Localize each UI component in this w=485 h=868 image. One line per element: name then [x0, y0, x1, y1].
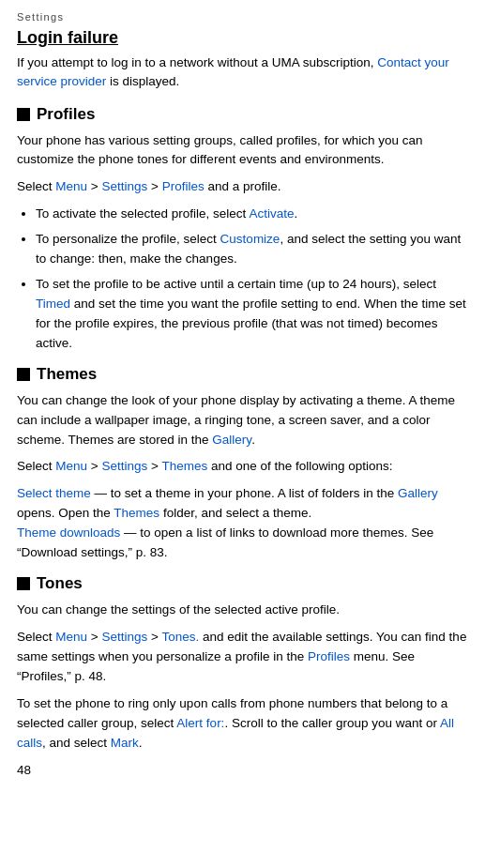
settings-header-label: Settings: [17, 11, 468, 23]
customize-link[interactable]: Customize: [220, 232, 280, 246]
profiles-gt1: >: [87, 179, 101, 193]
profiles-heading-text: Profiles: [37, 105, 95, 124]
profiles-intro: Your phone has various setting groups, c…: [17, 131, 468, 171]
profiles-select-pre: Select: [17, 179, 55, 193]
tones-profiles-link[interactable]: Profiles: [308, 649, 350, 663]
themes-themes-link[interactable]: Themes: [161, 459, 207, 473]
login-failure-section: Login failure If you attempt to log in t…: [17, 28, 468, 92]
themes-heading-container: Themes: [17, 365, 468, 384]
select-theme-paragraph: Select theme — to set a theme in your ph…: [17, 484, 468, 524]
tones-tones-link[interactable]: Tones.: [161, 630, 199, 644]
login-failure-pre: If you attempt to log in to a network wi…: [17, 55, 377, 69]
page-wrapper: Settings Login failure If you attempt to…: [0, 0, 485, 799]
tones-gt2: >: [147, 630, 161, 644]
timed-link[interactable]: Timed: [36, 297, 70, 311]
tones-settings-link[interactable]: Settings: [101, 630, 147, 644]
tones-alert-mid: . Scroll to the caller group you want or: [224, 716, 440, 730]
tones-section: Tones You can change the settings of the…: [17, 574, 468, 753]
profiles-heading-square: [17, 108, 30, 121]
themes-gallery-link[interactable]: Gallery: [212, 433, 251, 447]
profiles-bullet-1-pre: To activate the selected profile, select: [36, 206, 249, 221]
tones-alert-final: .: [139, 736, 143, 750]
themes-heading-square: [17, 368, 30, 381]
tones-alert-line: To set the phone to ring only upon calls…: [17, 694, 468, 754]
profiles-bullet-2-pre: To personalize the profile, select: [36, 232, 220, 246]
profiles-bullet-1: To activate the selected profile, select…: [36, 205, 468, 224]
tones-select-line: Select Menu > Settings > Tones. and edit…: [17, 628, 468, 687]
tones-alert-end: , and select: [42, 736, 111, 750]
profiles-bullets: To activate the selected profile, select…: [36, 205, 468, 353]
profiles-select-post: and a profile.: [205, 179, 281, 193]
tones-intro: You can change the settings of the selec…: [17, 601, 468, 620]
theme-downloads-paragraph: Theme downloads — to open a list of link…: [17, 524, 468, 563]
activate-link[interactable]: Activate: [249, 206, 294, 221]
tones-select-pre: Select: [17, 630, 55, 644]
select-theme-end: opens. Open the: [17, 506, 114, 520]
select-theme-dash: — to set a theme in your phone. A list o…: [91, 486, 398, 500]
profiles-bullet-3-pre: To set the profile to be active until a …: [36, 277, 436, 291]
login-failure-title: Login failure: [17, 28, 468, 48]
profiles-select-line: Select Menu > Settings > Profiles and a …: [17, 177, 468, 197]
themes-menu-link[interactable]: Menu: [55, 459, 87, 473]
select-theme-label[interactable]: Select theme: [17, 486, 91, 500]
themes-gallery-link2[interactable]: Gallery: [398, 486, 438, 500]
profiles-bullet-1-post: .: [294, 206, 297, 221]
alert-for-link[interactable]: Alert for:: [176, 716, 224, 730]
themes-gt2: >: [147, 459, 161, 473]
themes-intro: You can change the look of your phone di…: [17, 391, 468, 450]
profiles-profiles-link[interactable]: Profiles: [162, 179, 205, 193]
tones-heading-container: Tones: [17, 574, 468, 593]
themes-select-line: Select Menu > Settings > Themes and one …: [17, 457, 468, 477]
tones-menu-link[interactable]: Menu: [55, 630, 87, 644]
mark-link[interactable]: Mark: [111, 736, 139, 750]
themes-settings-link[interactable]: Settings: [101, 459, 147, 473]
tones-heading-text: Tones: [37, 574, 83, 593]
tones-gt1: >: [87, 630, 101, 644]
themes-select-post: and one of the following options:: [207, 459, 392, 473]
profiles-menu-link[interactable]: Menu: [55, 179, 87, 193]
themes-select-pre: Select: [17, 459, 55, 473]
select-theme-end2: folder, and select a theme.: [159, 506, 311, 520]
profiles-bullet-3-post: and set the time you want the profile se…: [36, 297, 466, 350]
profiles-heading-container: Profiles: [17, 105, 468, 124]
themes-themes-link2[interactable]: Themes: [114, 506, 159, 520]
page-number: 48: [17, 763, 468, 777]
themes-heading-text: Themes: [37, 365, 97, 384]
profiles-bullet-2: To personalize the profile, select Custo…: [36, 230, 468, 269]
tones-heading-square: [17, 577, 30, 590]
profiles-bullet-3: To set the profile to be active until a …: [36, 275, 468, 354]
themes-gt1: >: [87, 459, 101, 473]
profiles-gt2: >: [147, 179, 161, 193]
profiles-settings-link[interactable]: Settings: [101, 179, 147, 193]
profiles-section: Profiles Your phone has various setting …: [17, 105, 468, 354]
login-failure-text: If you attempt to log in to a network wi…: [17, 53, 468, 92]
theme-downloads-label[interactable]: Theme downloads: [17, 525, 120, 540]
themes-intro-end: .: [251, 433, 255, 447]
themes-section: Themes You can change the look of your p…: [17, 365, 468, 563]
login-failure-post: is displayed.: [106, 74, 179, 88]
